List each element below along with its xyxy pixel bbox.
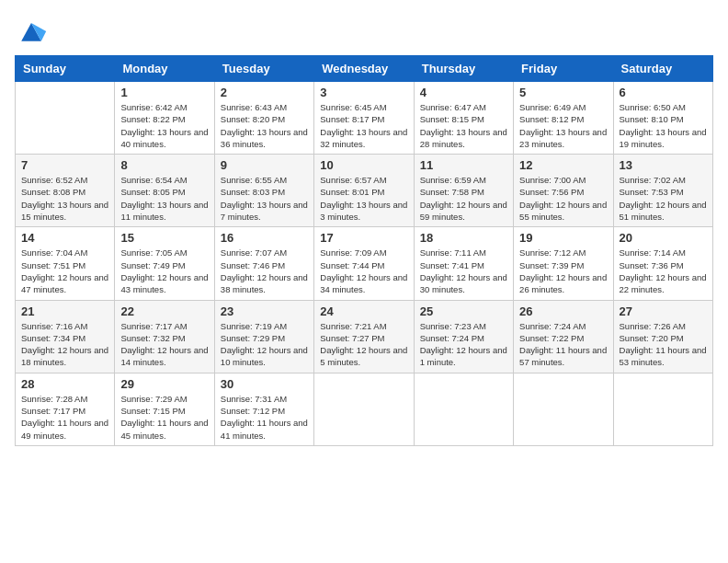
calendar-cell: 1Sunrise: 6:42 AM Sunset: 8:22 PM Daylig… bbox=[115, 82, 214, 155]
day-number: 28 bbox=[21, 377, 108, 391]
week-row-5: 28Sunrise: 7:28 AM Sunset: 7:17 PM Dayli… bbox=[16, 373, 713, 445]
logo-icon bbox=[15, 15, 48, 48]
day-number: 13 bbox=[620, 158, 707, 172]
day-info: Sunrise: 6:43 AM Sunset: 8:20 PM Dayligh… bbox=[221, 101, 308, 150]
day-number: 5 bbox=[519, 86, 607, 99]
day-number: 2 bbox=[221, 86, 308, 99]
day-number: 14 bbox=[21, 231, 108, 245]
col-header-friday: Friday bbox=[514, 56, 613, 82]
calendar-cell: 6Sunrise: 6:50 AM Sunset: 8:10 PM Daylig… bbox=[613, 82, 712, 155]
day-number: 25 bbox=[420, 304, 507, 318]
col-header-sunday: Sunday bbox=[16, 56, 115, 82]
day-number: 18 bbox=[420, 231, 507, 245]
day-info: Sunrise: 7:11 AM Sunset: 7:41 PM Dayligh… bbox=[420, 247, 507, 295]
col-header-monday: Monday bbox=[115, 56, 214, 82]
calendar-cell: 14Sunrise: 7:04 AM Sunset: 7:51 PM Dayli… bbox=[16, 227, 115, 300]
day-number: 23 bbox=[221, 304, 308, 318]
calendar-cell: 24Sunrise: 7:21 AM Sunset: 7:27 PM Dayli… bbox=[314, 300, 414, 373]
col-header-thursday: Thursday bbox=[414, 56, 513, 82]
day-number: 21 bbox=[21, 304, 108, 318]
calendar-cell: 4Sunrise: 6:47 AM Sunset: 8:15 PM Daylig… bbox=[414, 82, 513, 155]
calendar-table: SundayMondayTuesdayWednesdayThursdayFrid… bbox=[15, 55, 713, 446]
day-number: 3 bbox=[320, 86, 407, 99]
page-header bbox=[15, 15, 713, 48]
week-row-2: 7Sunrise: 6:52 AM Sunset: 8:08 PM Daylig… bbox=[16, 155, 713, 227]
calendar-cell: 21Sunrise: 7:16 AM Sunset: 7:34 PM Dayli… bbox=[16, 300, 115, 373]
day-info: Sunrise: 7:31 AM Sunset: 7:12 PM Dayligh… bbox=[221, 393, 308, 442]
day-info: Sunrise: 7:14 AM Sunset: 7:36 PM Dayligh… bbox=[620, 247, 707, 295]
calendar-cell: 13Sunrise: 7:02 AM Sunset: 7:53 PM Dayli… bbox=[613, 155, 712, 227]
calendar-cell: 2Sunrise: 6:43 AM Sunset: 8:20 PM Daylig… bbox=[214, 82, 313, 155]
calendar-cell bbox=[514, 373, 613, 445]
day-number: 22 bbox=[120, 304, 208, 318]
day-info: Sunrise: 7:17 AM Sunset: 7:32 PM Dayligh… bbox=[120, 320, 208, 369]
day-info: Sunrise: 7:28 AM Sunset: 7:17 PM Dayligh… bbox=[21, 393, 108, 442]
day-info: Sunrise: 7:05 AM Sunset: 7:49 PM Dayligh… bbox=[120, 247, 208, 295]
day-info: Sunrise: 7:19 AM Sunset: 7:29 PM Dayligh… bbox=[221, 320, 308, 369]
day-number: 17 bbox=[320, 231, 407, 245]
day-info: Sunrise: 7:26 AM Sunset: 7:20 PM Dayligh… bbox=[620, 320, 707, 369]
col-header-wednesday: Wednesday bbox=[314, 56, 414, 82]
calendar-cell bbox=[414, 373, 513, 445]
col-header-tuesday: Tuesday bbox=[214, 56, 313, 82]
day-number: 12 bbox=[519, 158, 607, 172]
day-info: Sunrise: 7:24 AM Sunset: 7:22 PM Dayligh… bbox=[519, 320, 607, 369]
calendar-cell bbox=[314, 373, 414, 445]
day-number: 30 bbox=[221, 377, 308, 391]
calendar-cell: 12Sunrise: 7:00 AM Sunset: 7:56 PM Dayli… bbox=[514, 155, 613, 227]
calendar-cell bbox=[613, 373, 712, 445]
day-info: Sunrise: 7:29 AM Sunset: 7:15 PM Dayligh… bbox=[120, 393, 208, 442]
week-row-4: 21Sunrise: 7:16 AM Sunset: 7:34 PM Dayli… bbox=[16, 300, 713, 373]
calendar-cell: 9Sunrise: 6:55 AM Sunset: 8:03 PM Daylig… bbox=[214, 155, 313, 227]
day-info: Sunrise: 6:59 AM Sunset: 7:58 PM Dayligh… bbox=[420, 174, 507, 223]
calendar-cell: 15Sunrise: 7:05 AM Sunset: 7:49 PM Dayli… bbox=[115, 227, 214, 300]
day-info: Sunrise: 7:00 AM Sunset: 7:56 PM Dayligh… bbox=[519, 174, 607, 223]
day-number: 6 bbox=[620, 86, 707, 99]
day-info: Sunrise: 7:16 AM Sunset: 7:34 PM Dayligh… bbox=[21, 320, 108, 369]
col-header-saturday: Saturday bbox=[613, 56, 712, 82]
calendar-cell: 22Sunrise: 7:17 AM Sunset: 7:32 PM Dayli… bbox=[115, 300, 214, 373]
day-number: 27 bbox=[620, 304, 707, 318]
day-number: 29 bbox=[120, 377, 208, 391]
calendar-cell: 27Sunrise: 7:26 AM Sunset: 7:20 PM Dayli… bbox=[613, 300, 712, 373]
calendar-cell: 17Sunrise: 7:09 AM Sunset: 7:44 PM Dayli… bbox=[314, 227, 414, 300]
day-number: 19 bbox=[519, 231, 607, 245]
calendar-cell: 11Sunrise: 6:59 AM Sunset: 7:58 PM Dayli… bbox=[414, 155, 513, 227]
day-number: 10 bbox=[320, 158, 407, 172]
calendar-cell bbox=[16, 82, 115, 155]
day-number: 1 bbox=[120, 86, 208, 99]
logo bbox=[15, 15, 51, 48]
calendar-cell: 8Sunrise: 6:54 AM Sunset: 8:05 PM Daylig… bbox=[115, 155, 214, 227]
day-info: Sunrise: 7:23 AM Sunset: 7:24 PM Dayligh… bbox=[420, 320, 507, 369]
day-info: Sunrise: 7:12 AM Sunset: 7:39 PM Dayligh… bbox=[519, 247, 607, 295]
day-info: Sunrise: 7:02 AM Sunset: 7:53 PM Dayligh… bbox=[620, 174, 707, 223]
day-info: Sunrise: 6:55 AM Sunset: 8:03 PM Dayligh… bbox=[221, 174, 308, 223]
calendar-cell: 18Sunrise: 7:11 AM Sunset: 7:41 PM Dayli… bbox=[414, 227, 513, 300]
calendar-cell: 26Sunrise: 7:24 AM Sunset: 7:22 PM Dayli… bbox=[514, 300, 613, 373]
day-number: 11 bbox=[420, 158, 507, 172]
calendar-cell: 28Sunrise: 7:28 AM Sunset: 7:17 PM Dayli… bbox=[16, 373, 115, 445]
calendar-header-row: SundayMondayTuesdayWednesdayThursdayFrid… bbox=[16, 56, 713, 82]
day-info: Sunrise: 7:21 AM Sunset: 7:27 PM Dayligh… bbox=[320, 320, 407, 369]
day-number: 7 bbox=[21, 158, 108, 172]
calendar-cell: 30Sunrise: 7:31 AM Sunset: 7:12 PM Dayli… bbox=[214, 373, 313, 445]
day-number: 4 bbox=[420, 86, 507, 99]
day-info: Sunrise: 7:07 AM Sunset: 7:46 PM Dayligh… bbox=[221, 247, 308, 295]
day-info: Sunrise: 7:09 AM Sunset: 7:44 PM Dayligh… bbox=[320, 247, 407, 295]
day-info: Sunrise: 6:50 AM Sunset: 8:10 PM Dayligh… bbox=[620, 101, 707, 150]
day-number: 8 bbox=[120, 158, 208, 172]
calendar-cell: 16Sunrise: 7:07 AM Sunset: 7:46 PM Dayli… bbox=[214, 227, 313, 300]
day-info: Sunrise: 6:42 AM Sunset: 8:22 PM Dayligh… bbox=[120, 101, 208, 150]
calendar-cell: 29Sunrise: 7:29 AM Sunset: 7:15 PM Dayli… bbox=[115, 373, 214, 445]
day-info: Sunrise: 6:47 AM Sunset: 8:15 PM Dayligh… bbox=[420, 101, 507, 150]
day-number: 26 bbox=[519, 304, 607, 318]
day-info: Sunrise: 6:57 AM Sunset: 8:01 PM Dayligh… bbox=[320, 174, 407, 223]
day-number: 16 bbox=[221, 231, 308, 245]
day-number: 9 bbox=[221, 158, 308, 172]
calendar-cell: 19Sunrise: 7:12 AM Sunset: 7:39 PM Dayli… bbox=[514, 227, 613, 300]
day-number: 24 bbox=[320, 304, 407, 318]
week-row-3: 14Sunrise: 7:04 AM Sunset: 7:51 PM Dayli… bbox=[16, 227, 713, 300]
day-info: Sunrise: 6:52 AM Sunset: 8:08 PM Dayligh… bbox=[21, 174, 108, 223]
calendar-cell: 20Sunrise: 7:14 AM Sunset: 7:36 PM Dayli… bbox=[613, 227, 712, 300]
day-number: 20 bbox=[620, 231, 707, 245]
